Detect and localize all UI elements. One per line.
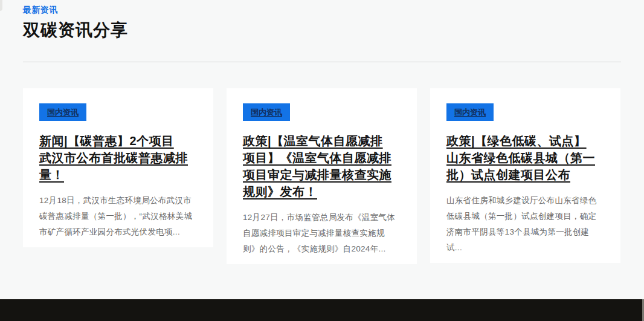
card-excerpt: 山东省住房和城乡建设厅公布山东省绿色低碳县城（第一批）试点创建项目，确定济南市平…: [446, 193, 604, 256]
section-divider: [23, 62, 621, 62]
card-category-badge[interactable]: 国内资讯: [446, 103, 494, 121]
section-eyebrow: 最新资讯: [23, 5, 621, 16]
news-section: 最新资讯 双碳资讯分享 国内资讯 新闻|【碳普惠】2个项目 武汉市公布首批碳普惠…: [0, 0, 644, 264]
card-title-link[interactable]: 新闻|【碳普惠】2个项目 武汉市公布首批碳普惠减排 量！: [39, 132, 197, 183]
card-excerpt: 12月18日，武汉市生态环境局公布武汉市碳普惠减排量（第一批），“武汉格林美城市…: [39, 193, 197, 240]
page-title: 双碳资讯分享: [23, 19, 621, 42]
news-cards-row: 国内资讯 新闻|【碳普惠】2个项目 武汉市公布首批碳普惠减排 量！ 12月18日…: [23, 88, 621, 264]
card-excerpt: 12月27日，市场监管总局发布《温室气体自愿减排项目审定与减排量核查实施规则》的…: [243, 210, 401, 257]
news-card[interactable]: 国内资讯 政策|【温室气体自愿减排 项目】《温室气体自愿减排 项目审定与减排量核…: [227, 88, 417, 264]
card-category-badge[interactable]: 国内资讯: [39, 103, 86, 121]
page-root: { "theme": { "accent_blue": "#1372e5", "…: [0, 0, 644, 321]
card-title-link[interactable]: 政策|【温室气体自愿减排 项目】《温室气体自愿减排 项目审定与减排量核查实施 规…: [243, 132, 401, 200]
card-title-link[interactable]: 政策|【绿色低碳、试点】 山东省绿色低碳县城（第一 批）试点创建项目公布: [446, 132, 604, 183]
news-card[interactable]: 国内资讯 政策|【绿色低碳、试点】 山东省绿色低碳县城（第一 批）试点创建项目公…: [430, 88, 620, 263]
card-category-badge[interactable]: 国内资讯: [243, 103, 290, 121]
window-edge-artifact: [0, 0, 2, 11]
news-card[interactable]: 国内资讯 新闻|【碳普惠】2个项目 武汉市公布首批碳普惠减排 量！ 12月18日…: [23, 88, 213, 247]
footer-bar: [0, 299, 644, 321]
